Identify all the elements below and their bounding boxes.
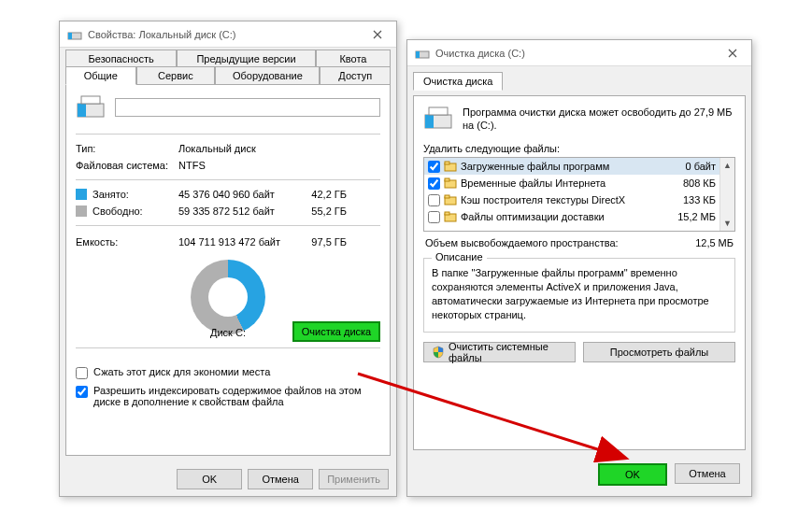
tabs: Очистка диска [407,66,751,90]
tab-hardware[interactable]: Оборудование [215,66,320,84]
free-swatch [76,205,87,217]
cleanup-pane: Программа очистки диска может освободить… [413,95,746,450]
compress-checkbox[interactable] [76,367,88,379]
used-swatch [76,189,87,200]
tab-tools[interactable]: Сервис [136,66,216,84]
ok-button[interactable]: OK [177,469,242,489]
file-list-row[interactable]: Файлы оптимизации доставки 15,2 МБ [424,208,734,225]
apply-button[interactable]: Применить [319,469,389,489]
tab-sharing[interactable]: Доступ [320,66,391,84]
file-icon [444,161,457,172]
scroll-up-icon[interactable]: ▲ [720,158,735,173]
file-list[interactable]: Загруженные файлы программ 0 байт Времен… [423,157,735,232]
description-group: Описание В папке "Загруженные файлы прог… [423,258,735,333]
index-checkbox[interactable] [76,386,88,398]
svg-rect-15 [445,195,449,198]
drive-icon-large [423,106,453,134]
free-label: Свободно: [93,205,178,217]
tab-security[interactable]: Безопасность [65,50,177,67]
file-checkbox[interactable] [428,194,440,206]
window-title: Свойства: Локальный диск (C:) [88,29,359,40]
drive-icon-large [76,94,106,120]
svg-rect-13 [445,178,449,181]
disk-label: Диск C: [210,327,246,338]
file-name: Загруженные файлы программ [461,161,675,172]
used-label: Занято: [93,189,178,200]
file-name: Файлы оптимизации доставки [461,211,675,222]
freed-value: 12,5 МБ [695,237,734,248]
description-title: Описание [432,251,487,262]
delete-files-label: Удалить следующие файлы: [423,143,735,154]
capacity-gb: 97,5 ГБ [300,236,347,248]
file-checkbox[interactable] [428,161,440,173]
compress-checkbox-row[interactable]: Сжать этот диск для экономии места [76,363,380,382]
dialog-footer: OK Отмена [407,456,751,493]
drive-icon [415,46,430,61]
file-icon [444,194,457,205]
intro-text: Программа очистки диска может освободить… [463,106,735,133]
window-title: Очистка диска (C:) [435,48,714,59]
svg-rect-6 [416,51,420,58]
file-icon [444,177,457,189]
svg-rect-9 [429,107,448,115]
tabs-row-top: Безопасность Предыдущие версии Квота [60,50,396,67]
tab-general[interactable]: Общие [65,66,136,85]
cancel-button[interactable]: Отмена [248,469,313,489]
shield-icon [432,346,445,359]
svg-rect-8 [425,115,434,128]
file-icon [444,211,457,222]
general-pane: Тип: Локальный диск Файловая система: NT… [65,84,391,456]
file-list-row[interactable]: Загруженные файлы программ 0 байт [424,158,734,175]
file-checkbox[interactable] [428,177,440,190]
tabs-row-bottom: Общие Сервис Оборудование Доступ [60,66,396,84]
close-button[interactable] [714,40,751,66]
index-checkbox-row[interactable]: Разрешить индексировать содержимое файло… [76,382,380,410]
tab-quota[interactable]: Квота [316,50,391,67]
svg-rect-11 [445,162,449,164]
used-gb: 42,2 ГБ [300,189,347,200]
file-name: Временные файлы Интернета [461,177,675,189]
svg-rect-17 [445,212,449,215]
type-value: Локальный диск [178,143,256,154]
cancel-button[interactable]: Отмена [675,463,740,484]
scrollbar[interactable]: ▲ ▼ [719,158,734,231]
view-files-button[interactable]: Просмотреть файлы [583,342,735,362]
svg-rect-4 [81,96,100,104]
capacity-bytes: 104 711 913 472 байт [178,236,300,248]
disk-cleanup-window: Очистка диска (C:) Очистка диска Програм… [406,39,752,497]
usage-chart [191,260,265,334]
description-text: В папке "Загруженные файлы программ" вре… [432,266,727,324]
file-list-row[interactable]: Кэш построителя текстуры DirectX 133 КБ [424,191,734,208]
file-list-row[interactable]: Временные файлы Интернета 808 КБ [424,175,734,191]
clean-system-files-button[interactable]: Очистить системные файлы [423,342,576,362]
tab-cleanup[interactable]: Очистка диска [413,72,503,91]
properties-window: Свойства: Локальный диск (C:) Безопаснос… [59,21,397,497]
fs-label: Файловая система: [76,160,178,171]
close-button[interactable] [359,21,396,48]
type-label: Тип: [76,143,178,154]
disk-cleanup-button[interactable]: Очистка диска [292,321,380,342]
svg-rect-3 [78,104,86,117]
free-bytes: 59 335 872 512 байт [178,205,300,217]
svg-rect-1 [68,33,72,39]
used-bytes: 45 376 040 960 байт [178,189,300,200]
file-checkbox[interactable] [428,211,440,223]
index-label: Разрешить индексировать содержимое файло… [93,385,380,407]
dialog-footer: OK Отмена Применить [60,461,396,497]
fs-value: NTFS [178,160,206,171]
ok-button[interactable]: OK [598,463,667,486]
titlebar[interactable]: Очистка диска (C:) [407,40,751,66]
free-gb: 55,2 ГБ [300,205,347,217]
compress-label: Сжать этот диск для экономии места [93,366,270,377]
scroll-down-icon[interactable]: ▼ [720,216,735,231]
titlebar[interactable]: Свойства: Локальный диск (C:) [60,21,396,48]
freed-label: Объем высвобождаемого пространства: [425,237,619,248]
file-name: Кэш построителя текстуры DirectX [461,194,675,205]
drive-icon [67,27,82,42]
capacity-label: Емкость: [76,236,178,248]
tab-previous-versions[interactable]: Предыдущие версии [177,50,316,67]
volume-name-input[interactable] [115,98,380,117]
